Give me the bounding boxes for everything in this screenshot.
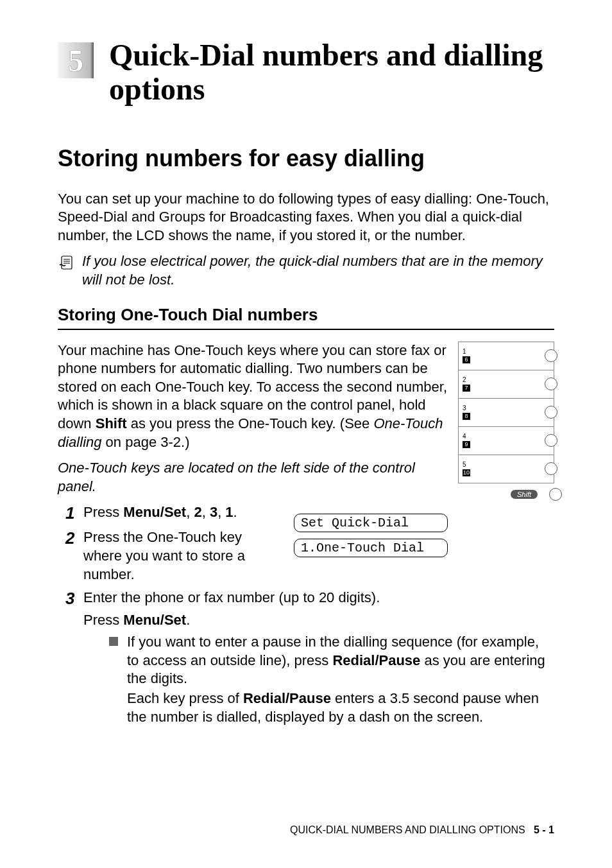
note-text: If you lose electrical power, the quick-…: [82, 252, 554, 289]
footer-label: QUICK-DIAL NUMBERS AND DIALLING OPTIONS: [290, 824, 525, 835]
bold-key: 1: [225, 504, 233, 520]
bold-redial: Redial/Pause: [332, 652, 420, 668]
keypad-button: [545, 406, 557, 419]
step-body: Press Menu/Set, 2, 3, 1.: [83, 503, 284, 522]
keypad-label-bot: 10: [463, 469, 470, 476]
chapter-number-badge: 5: [58, 42, 94, 78]
bold-shift: Shift: [96, 415, 127, 431]
step-number: 1: [58, 503, 83, 523]
subsection-paragraph-1: Your machine has One-Touch keys where yo…: [58, 342, 448, 452]
keypad-label-top: 5: [463, 462, 470, 468]
subsection-body: Your machine has One-Touch keys where yo…: [58, 342, 554, 589]
footer-page: 5 - 1: [534, 824, 554, 835]
bold-menuset: Menu/Set: [123, 612, 186, 628]
chapter-number: 5: [68, 43, 83, 78]
sub-bullet: If you want to enter a pause in the dial…: [83, 633, 554, 726]
step-body: Enter the phone or fax number (up to 20 …: [83, 589, 554, 726]
shift-label: Shift: [511, 490, 538, 499]
keypad-row: 3 8: [459, 399, 554, 427]
text-run: Enter the phone or fax number (up to 20 …: [83, 589, 554, 607]
bullet-square-icon: [109, 637, 118, 646]
text-run: ,: [202, 504, 210, 520]
keypad-button: [545, 378, 557, 390]
page-footer: QUICK-DIAL NUMBERS AND DIALLING OPTIONS …: [290, 824, 554, 836]
note-block: If you lose electrical power, the quick-…: [58, 252, 554, 289]
lcd-stack: Set Quick-Dial 1.One-Touch Dial: [294, 514, 448, 557]
bold-redial: Redial/Pause: [243, 690, 331, 706]
step-body: Press the One-Touch key where you want t…: [83, 528, 284, 584]
shift-button: [549, 488, 562, 501]
text-run: ,: [217, 504, 225, 520]
text-run: Press: [83, 504, 123, 520]
text-run: ,: [186, 504, 194, 520]
keypad-label-top: 1: [463, 349, 470, 355]
keypad-button: [545, 462, 557, 475]
keypad-label-bot: 8: [463, 413, 470, 420]
section-heading: Storing numbers for easy dialling: [58, 145, 554, 172]
text-run: on page 3-2.): [102, 434, 190, 450]
lcd-line-1: Set Quick-Dial: [294, 514, 448, 532]
text-run: .: [186, 612, 190, 628]
bold-key: 2: [194, 504, 201, 520]
keypad-button: [545, 434, 557, 447]
bold-menuset: Menu/Set: [123, 504, 186, 520]
step-1: 1 Press Menu/Set, 2, 3, 1.: [58, 503, 284, 523]
step-number: 3: [58, 589, 83, 609]
text-run: Press: [83, 612, 123, 628]
keypad-label-top: 4: [463, 433, 470, 440]
note-icon: [58, 254, 77, 275]
bold-key: 3: [210, 504, 217, 520]
shift-row: Shift: [458, 483, 554, 505]
keypad-label-bot: 6: [463, 356, 470, 363]
text-run: .: [234, 504, 237, 520]
keypad-row: 4 9: [459, 427, 554, 455]
keypad-row: 5 10: [459, 455, 554, 483]
subsection-paragraph-2: One-Touch keys are located on the left s…: [58, 459, 448, 496]
svg-rect-0: [62, 256, 72, 269]
keypad-label-top: 3: [463, 405, 470, 412]
text-run: as you press the One-Touch key. (See: [127, 415, 374, 431]
sub-bullet-body: If you want to enter a pause in the dial…: [127, 633, 554, 726]
subsection-heading: Storing One-Touch Dial numbers: [58, 305, 554, 330]
step-2: 2 Press the One-Touch key where you want…: [58, 528, 284, 584]
chapter-header: 5 Quick-Dial numbers and dialling option…: [58, 39, 554, 107]
chapter-title: Quick-Dial numbers and dialling options: [109, 39, 554, 107]
keypad-row: 2 7: [459, 370, 554, 399]
keypad-illustration: 1 6 2 7 3 8 4: [458, 342, 554, 483]
keypad-label-bot: 9: [463, 441, 470, 448]
keypad-label-bot: 7: [463, 385, 470, 392]
step-number: 2: [58, 528, 83, 548]
intro-paragraph: You can set up your machine to do follow…: [58, 190, 554, 245]
step-3: 3 Enter the phone or fax number (up to 2…: [58, 589, 554, 726]
lcd-line-2: 1.One-Touch Dial: [294, 539, 448, 557]
keypad-button: [545, 349, 557, 362]
keypad-row: 1 6: [459, 342, 554, 370]
text-run: Each key press of: [127, 690, 243, 706]
keypad-label-top: 2: [463, 377, 470, 383]
